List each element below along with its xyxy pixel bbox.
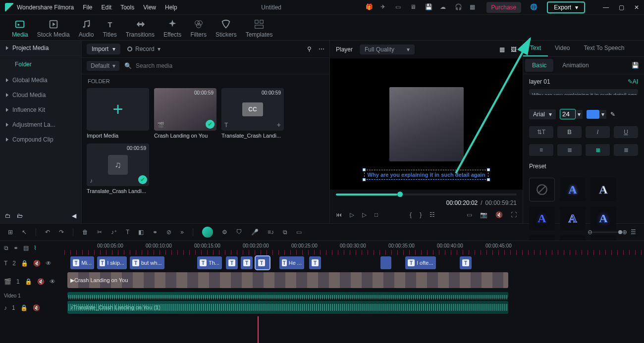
- align-left-button[interactable]: ≡: [529, 144, 553, 156]
- video-clip[interactable]: ▶ Crash Landing on You: [67, 272, 508, 288]
- menu-view[interactable]: View: [143, 4, 156, 11]
- mark-in-icon[interactable]: {: [410, 211, 412, 218]
- text-clip[interactable]: Tbut wh...: [130, 256, 164, 269]
- lock-icon[interactable]: 🔒: [20, 304, 28, 311]
- underline-button[interactable]: U: [614, 126, 638, 138]
- search-input[interactable]: 🔍: [124, 62, 324, 70]
- sidebar-global[interactable]: Global Media: [0, 73, 81, 88]
- eye-icon[interactable]: 👁: [50, 278, 55, 285]
- stop-icon[interactable]: □: [375, 211, 378, 218]
- filter-icon[interactable]: ⚲: [307, 46, 312, 52]
- text-clip[interactable]: TTh...: [197, 256, 222, 269]
- export-button[interactable]: Export▾: [547, 1, 585, 13]
- audio-tool-icon[interactable]: ♪⁺: [111, 229, 117, 236]
- gear-icon[interactable]: ⚙: [222, 229, 227, 236]
- minimize-icon[interactable]: —: [603, 4, 609, 11]
- subtab-animation[interactable]: Animation: [555, 59, 595, 72]
- marker-group-icon[interactable]: ▤: [23, 245, 29, 251]
- magnet-icon[interactable]: ⌇: [34, 245, 37, 251]
- device-icon[interactable]: ▭: [395, 3, 403, 11]
- mute-icon[interactable]: 🔇: [33, 260, 41, 267]
- menu-help[interactable]: Help: [165, 4, 177, 11]
- label-icon[interactable]: ▭: [296, 229, 302, 236]
- sidebar-compound[interactable]: Compound Clip: [0, 132, 81, 147]
- delete-icon[interactable]: 🗑: [82, 229, 88, 236]
- player-scrubber[interactable]: [336, 194, 517, 196]
- ribbon-effects[interactable]: Effects: [163, 19, 181, 38]
- equalizer-icon[interactable]: ≡♪: [268, 229, 274, 236]
- ribbon-filters[interactable]: Filters: [190, 19, 207, 38]
- chevron-down-icon[interactable]: ▾: [599, 110, 606, 119]
- record-dropdown[interactable]: Record▾: [127, 46, 161, 52]
- send-icon[interactable]: ✈: [380, 3, 388, 11]
- globe-icon[interactable]: 🌐: [530, 3, 538, 11]
- crop-icon[interactable]: ◧: [138, 229, 144, 236]
- pip-icon[interactable]: ⧉: [283, 229, 287, 236]
- text-clip[interactable]: T: [460, 256, 472, 269]
- selected-text-overlay[interactable]: Why are you explaining it in such detail…: [364, 170, 489, 180]
- lock-icon[interactable]: 🔒: [25, 278, 32, 285]
- more-tools-icon[interactable]: »: [180, 229, 184, 236]
- bold-button[interactable]: B: [557, 126, 582, 138]
- color-swatch[interactable]: [587, 110, 599, 119]
- save-preset-icon[interactable]: 💾: [632, 62, 639, 69]
- menu-tools[interactable]: Tools: [120, 4, 134, 11]
- thumb-audio[interactable]: 00:00:59 ♫ ♪ ✔ Translate_Crash Landi...: [87, 144, 149, 194]
- menu-edit[interactable]: Edit: [102, 4, 112, 11]
- gift-icon[interactable]: 🎁: [366, 3, 374, 11]
- ai-edit-icon[interactable]: ✎AI: [628, 78, 638, 85]
- save-icon[interactable]: 💾: [425, 3, 433, 11]
- link-icon[interactable]: ⚭: [153, 229, 158, 236]
- next-icon[interactable]: ▷: [362, 211, 367, 218]
- sidebar-adjust[interactable]: Adjustment La...: [0, 117, 81, 132]
- apps-icon[interactable]: ⊞: [8, 229, 13, 236]
- cut-icon[interactable]: ✂: [97, 229, 102, 236]
- title-tool-icon[interactable]: T: [126, 229, 129, 236]
- more-icon[interactable]: ⋯: [319, 46, 324, 52]
- embedded-audio[interactable]: [67, 292, 508, 298]
- ai-icon[interactable]: [202, 227, 213, 238]
- sidebar-influence[interactable]: Influence Kit: [0, 102, 81, 117]
- timeline-ruler[interactable]: 00:00:05:00 00:00:10:00 00:00:15:00 00:0…: [64, 241, 644, 255]
- ribbon-stickers[interactable]: Stickers: [215, 19, 237, 38]
- ribbon-stock[interactable]: Stock Media: [37, 19, 70, 38]
- text-clip[interactable]: TI skip...: [97, 256, 127, 269]
- thumb-import[interactable]: + Import Media: [87, 88, 149, 139]
- collapse-icon[interactable]: ◀: [72, 212, 76, 219]
- tab-video[interactable]: Video: [548, 41, 577, 56]
- import-dropdown[interactable]: Import▾: [87, 44, 120, 54]
- player-tab[interactable]: Player: [336, 46, 353, 53]
- vertical-text-icon[interactable]: ⇅T: [529, 126, 553, 138]
- video-track-lane[interactable]: ▶ Crash Landing on You: [64, 272, 644, 292]
- text-clip[interactable]: [380, 256, 391, 269]
- audio-track-lane[interactable]: ♪ Translate_Crash Landing on You (1): [64, 299, 644, 316]
- preset-none[interactable]: [529, 178, 555, 201]
- new-folder-icon[interactable]: 🗀: [5, 212, 11, 219]
- link-track-icon[interactable]: ⚭: [13, 245, 18, 251]
- text-clip[interactable]: TI ofte...: [405, 256, 436, 269]
- text-clip[interactable]: THe ...: [279, 256, 304, 269]
- layout-icon[interactable]: ☷: [429, 211, 435, 218]
- preset-glow-blue[interactable]: A: [560, 178, 586, 201]
- grid-icon[interactable]: ▦: [499, 46, 505, 53]
- text-clip[interactable]: T: [241, 256, 253, 269]
- tab-tts[interactable]: Text To Speech: [577, 41, 632, 56]
- text-clip[interactable]: T: [309, 256, 321, 269]
- text-content-field[interactable]: Why are you explaining it in such detail…: [529, 89, 638, 95]
- mic-icon[interactable]: 🎤: [251, 229, 259, 236]
- zoom-slider[interactable]: [592, 232, 622, 233]
- redo-icon[interactable]: ↷: [59, 229, 64, 236]
- sidebar-header[interactable]: Project Media: [0, 41, 81, 56]
- align-center-button[interactable]: ≣: [557, 144, 582, 156]
- align-justify-button[interactable]: ≣: [614, 144, 638, 156]
- zoom-in-icon[interactable]: ⊕: [622, 229, 627, 236]
- apps-icon[interactable]: ▦: [470, 3, 478, 11]
- headset-icon[interactable]: 🎧: [455, 3, 463, 11]
- quality-dropdown[interactable]: Full Quality▾: [360, 45, 415, 54]
- ribbon-templates[interactable]: Templates: [246, 19, 273, 38]
- text-clip[interactable]: TMi...: [70, 256, 94, 269]
- mute-icon[interactable]: 🔇: [495, 211, 503, 218]
- purchase-button[interactable]: Purchase: [486, 2, 522, 13]
- sidebar-folder[interactable]: Folder: [0, 56, 81, 73]
- cloud-icon[interactable]: ☁: [440, 3, 448, 11]
